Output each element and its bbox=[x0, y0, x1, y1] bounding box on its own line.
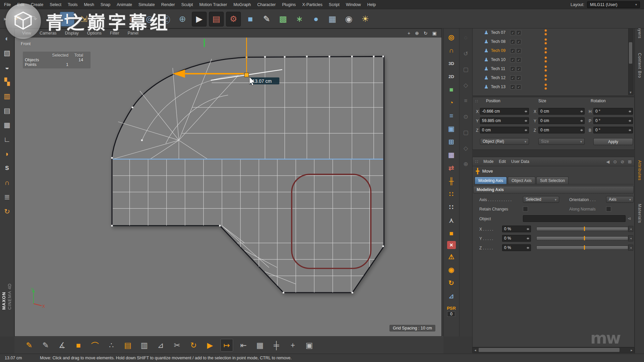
z-percent-field[interactable]: 0 % bbox=[502, 244, 531, 251]
render-picture-viewer-icon[interactable]: ▤ bbox=[209, 12, 224, 26]
inner-extrude-icon[interactable]: ▥ bbox=[138, 339, 150, 351]
make-editable-icon[interactable]: ■ bbox=[446, 84, 457, 95]
extrude-icon[interactable]: ▤ bbox=[122, 339, 134, 351]
apply-button[interactable]: Apply bbox=[593, 138, 633, 145]
delete-icon[interactable]: ✕ bbox=[447, 241, 456, 249]
om-scrollbar[interactable]: ▲ ▼ bbox=[628, 19, 634, 95]
move-tool-icon[interactable]: ╋ bbox=[60, 12, 74, 26]
menu-motion-tracker[interactable]: Motion Tracker bbox=[199, 2, 227, 7]
z-percent-slider[interactable] bbox=[536, 246, 628, 250]
menu-sculpt[interactable]: Sculpt bbox=[181, 2, 193, 7]
render-toggle[interactable]: ✓ bbox=[516, 30, 521, 35]
render-toggle[interactable]: ✓ bbox=[516, 57, 521, 62]
render-toggle[interactable]: ✓ bbox=[516, 48, 521, 53]
rot-h-field[interactable]: 0 ° bbox=[593, 108, 633, 115]
redo-icon[interactable]: ↷ bbox=[27, 12, 41, 26]
object-axis-mode-icon[interactable]: ▥ bbox=[1, 91, 13, 102]
viewport-canvas[interactable]: 13.07 cm Front Selected Total Objects 14… bbox=[15, 38, 441, 336]
weld-icon[interactable]: ╪ bbox=[270, 339, 282, 351]
horizontal-scrollbar[interactable]: ◂ ▸ bbox=[472, 347, 635, 353]
sketch-pencil-icon[interactable]: ✎ bbox=[40, 339, 52, 351]
measure-icon[interactable]: ∡ bbox=[56, 339, 68, 351]
z-slider-reset[interactable]: ◂ bbox=[628, 245, 633, 251]
y-percent-field[interactable]: 0 % bbox=[502, 235, 531, 242]
close-hole-icon[interactable]: ▣ bbox=[303, 339, 315, 351]
menu-plugins[interactable]: Plugins bbox=[282, 2, 296, 7]
menu-select[interactable]: Select bbox=[50, 2, 61, 7]
menu-mesh[interactable]: Mesh bbox=[84, 2, 94, 7]
viewport-menu-view[interactable]: View bbox=[22, 31, 31, 36]
light-icon[interactable]: ☀ bbox=[358, 12, 372, 26]
menu-tools[interactable]: Tools bbox=[68, 2, 77, 7]
tab-soft-selection[interactable]: Soft Selection bbox=[536, 177, 569, 184]
pan-view-icon[interactable]: + bbox=[408, 31, 410, 36]
attr-menu-userdata[interactable]: User Data bbox=[511, 159, 529, 164]
object-row[interactable]: ♟ Tech 07 ✓ ✓ bbox=[473, 28, 634, 37]
enable-dots[interactable] bbox=[544, 74, 547, 81]
point-mode-icon[interactable]: ▦ bbox=[1, 120, 13, 130]
viewport-menu-options[interactable]: Options bbox=[87, 31, 102, 36]
mode-3d-icon[interactable]: 3D bbox=[446, 58, 457, 69]
search-icon[interactable]: ⊙ bbox=[613, 159, 617, 164]
enable-dots[interactable] bbox=[544, 29, 547, 36]
maximize-view-icon[interactable]: ▣ bbox=[432, 31, 437, 36]
size-x-field[interactable]: 0 cm bbox=[538, 108, 585, 115]
scroll-down-icon[interactable]: ▼ bbox=[629, 91, 633, 94]
point-grid-white-icon[interactable]: ∷ bbox=[446, 202, 457, 213]
object-row[interactable]: ♟ Tech 12 ✓ ✓ bbox=[473, 73, 634, 82]
metaball-icon[interactable]: ● bbox=[309, 12, 323, 26]
axis-center-icon[interactable]: ◎ bbox=[446, 32, 457, 43]
retain-changes-checkbox[interactable] bbox=[523, 206, 528, 212]
object-row[interactable]: ♟ Tech 08 ✓ ✓ bbox=[473, 37, 634, 46]
inactive-tool-icon[interactable]: ▢ bbox=[462, 65, 470, 73]
visibility-toggle[interactable]: ✓ bbox=[510, 30, 515, 35]
visibility-toggle[interactable]: ✓ bbox=[510, 57, 515, 62]
rotate-view-icon[interactable]: ↻ bbox=[424, 31, 428, 36]
uv-sphere-icon[interactable]: ⊞ bbox=[446, 136, 457, 147]
menu-script[interactable]: Script bbox=[329, 2, 339, 7]
warning-pair-icon[interactable]: ⚠ bbox=[446, 251, 457, 262]
polygon-pen-icon[interactable]: ✎ bbox=[23, 339, 35, 351]
layer-stack-icon[interactable]: ≡ bbox=[446, 110, 457, 121]
axis-dropdown[interactable]: Selected▾ bbox=[523, 196, 559, 203]
rotate-edge-icon[interactable]: ↻ bbox=[187, 339, 200, 351]
scroll-right-icon[interactable]: ▸ bbox=[629, 348, 634, 352]
tab-attributes[interactable]: Attributes bbox=[637, 160, 642, 181]
slide-arrow-icon[interactable]: ▶ bbox=[204, 339, 216, 351]
mode-2d-icon[interactable]: 2D bbox=[446, 71, 457, 82]
add-point-icon[interactable]: + bbox=[287, 339, 299, 351]
render-toggle[interactable]: ✓ bbox=[516, 84, 521, 89]
visibility-toggle[interactable]: ✓ bbox=[510, 39, 515, 44]
lock-workplane-icon[interactable]: ≣ bbox=[1, 192, 13, 202]
lock-y-axis-icon[interactable]: ◎ bbox=[143, 12, 157, 26]
tab-modeling-axis[interactable]: Modeling Axis bbox=[475, 177, 507, 184]
object-row[interactable]: ♟ Tech 10 ✓ ✓ bbox=[473, 55, 634, 64]
mouse-input-icon[interactable]: ◗ bbox=[1, 148, 13, 159]
pos-x-field[interactable]: -0.666 cm bbox=[480, 108, 529, 115]
layout-dropdown[interactable]: MILG11 (User) ▾ bbox=[587, 1, 640, 8]
object-row[interactable]: ♟ Tech 13 ✓ ✓ bbox=[473, 82, 634, 91]
slider-tick[interactable] bbox=[584, 227, 585, 231]
bevel-icon[interactable]: ⊿ bbox=[155, 339, 167, 351]
zoom-view-icon[interactable]: ⊕ bbox=[415, 31, 419, 36]
section-header[interactable]: Modeling Axis bbox=[473, 186, 634, 193]
camera-view-icon[interactable]: ▣ bbox=[446, 123, 457, 134]
live-selection-icon[interactable]: ↖ bbox=[43, 12, 57, 26]
visibility-toggle[interactable]: ✓ bbox=[510, 48, 515, 53]
history-back-icon[interactable]: ◀ bbox=[606, 159, 609, 164]
rot-p-field[interactable]: 0 ° bbox=[593, 117, 633, 124]
cloner-icon[interactable]: ∗ bbox=[292, 12, 307, 26]
enable-dots[interactable] bbox=[544, 65, 547, 72]
tweak-icon[interactable]: ⇤ bbox=[237, 339, 250, 351]
object-row[interactable]: ♟ Tech 11 ✓ ✓ bbox=[473, 64, 634, 73]
tab-content-browser[interactable]: Content Bro bbox=[637, 53, 642, 78]
lock-x-axis-icon[interactable]: ◎ bbox=[126, 12, 140, 26]
viewport-menu-display[interactable]: Display bbox=[65, 31, 79, 36]
menu-snap[interactable]: Snap bbox=[101, 2, 110, 7]
menu-simulate[interactable]: Simulate bbox=[139, 2, 155, 7]
inact ive-tool-icon[interactable]: ⊕ bbox=[462, 160, 470, 168]
rotate-workplane-icon[interactable]: ↻ bbox=[1, 206, 13, 217]
size-mode-dropdown[interactable]: Size▾ bbox=[538, 138, 585, 145]
y-slider-reset[interactable]: ◂ bbox=[628, 235, 633, 241]
menu-animate[interactable]: Animate bbox=[117, 2, 132, 7]
